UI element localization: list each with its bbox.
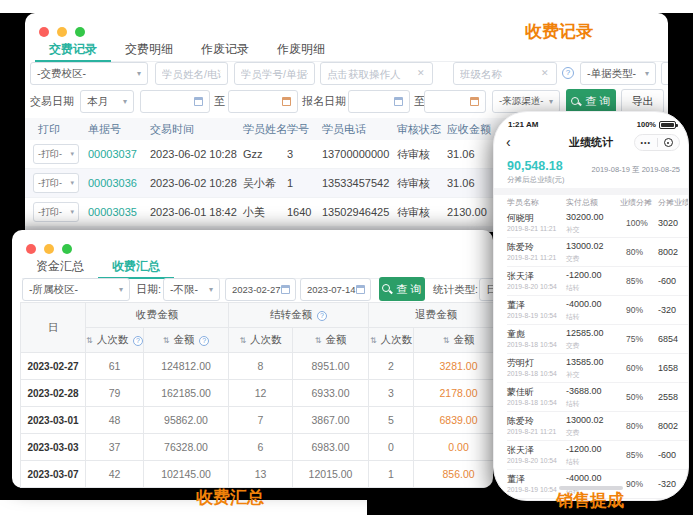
chevron-down-icon: ▾ (545, 97, 553, 106)
sort-header-count[interactable]: ⇅ 人次数 ? (86, 328, 144, 353)
help-icon[interactable]: ? (317, 311, 327, 321)
sort-header-count[interactable]: ⇅ 人次数 (369, 328, 414, 353)
status-time: 1:21 AM (508, 120, 538, 129)
status-badge: 待审核 (397, 205, 430, 220)
close-window-icon[interactable] (39, 27, 49, 37)
help-icon[interactable]: ? (562, 67, 574, 79)
sort-header-amount[interactable]: ⇅ 金额 ? (144, 328, 229, 353)
sort-header-amount[interactable]: ⇅ 金额 (293, 328, 369, 353)
calendar-icon (282, 97, 291, 106)
tab-payment-records[interactable]: 交费记录 (35, 39, 111, 62)
calendar-icon (470, 97, 479, 106)
trade-date-label: 交易日期 (30, 90, 74, 113)
source-channel-select[interactable]: -来源渠道- ▾ (492, 90, 560, 113)
maximize-window-icon[interactable] (62, 244, 72, 254)
sort-icon: ⇅ (163, 336, 170, 345)
chevron-down-icon: ▾ (133, 69, 141, 78)
annotation-sales-commission: 销售提成 (556, 489, 624, 512)
close-circle-icon[interactable] (658, 138, 680, 147)
minimize-window-icon[interactable] (44, 244, 54, 254)
more-icon[interactable]: ••• (635, 135, 657, 150)
status-badge: 待审核 (397, 147, 430, 162)
annotation-payment-records: 收费记录 (525, 20, 593, 43)
phone-status-bar: 1:21 AM 100% (508, 120, 676, 129)
date-from-input[interactable]: 2023-02-27 (225, 278, 296, 301)
receipt-link[interactable]: 00003035 (88, 206, 137, 218)
help-icon[interactable]: ? (199, 336, 209, 346)
stat-type-label: 统计类型: (433, 278, 478, 301)
list-item: 张天泽 2019-8-20 10:54 -1200.00 结转 85% -600 (494, 441, 688, 470)
close-window-icon[interactable] (26, 244, 36, 254)
period-select[interactable]: 本月 ▾ (80, 90, 134, 113)
date-range-select[interactable]: -不限- ▾ (163, 278, 220, 301)
total-performance-label: 分摊后总业绩(元) (507, 175, 565, 185)
campus-select[interactable]: -交费校区- ▾ (30, 62, 148, 85)
tab-payment-details[interactable]: 交费明细 (111, 39, 187, 62)
calendar-icon (394, 97, 403, 106)
help-icon[interactable]: ? (133, 336, 143, 346)
tab-payment-summary[interactable]: 收费汇总 (98, 256, 174, 279)
list-item: 何晓明 2019-8-21 11:21 30200.00 补交 100% 302… (494, 209, 688, 238)
battery-icon (659, 121, 676, 129)
sort-header-amount[interactable]: ⇅ 金额 (414, 328, 493, 353)
clear-icon[interactable]: ✕ (417, 68, 425, 78)
clear-icon[interactable]: ✕ (541, 68, 549, 78)
student-name-phone-input[interactable] (155, 62, 228, 85)
sort-icon: ⇅ (86, 336, 93, 345)
campus-select[interactable]: -所属校区- ▾ (22, 278, 130, 301)
date-label: 日期: (136, 278, 161, 301)
list-item: 童彪 2019-8-18 10:54 12585.00 交费 75% 6854 (494, 325, 688, 354)
print-select[interactable]: -打印- ▾ (33, 173, 79, 193)
battery-percent: 100% (637, 120, 656, 129)
chevron-down-icon: ▾ (205, 285, 213, 294)
signup-date-label: 报名日期 (302, 90, 346, 113)
signup-date-from-input[interactable] (348, 90, 410, 113)
chevron-down-icon: ▾ (70, 179, 74, 187)
receipt-link[interactable]: 00003037 (88, 148, 137, 160)
list-item: 董泽 2019-8-19 10:54 -4000.00 结转 90% -320 (494, 296, 688, 325)
sort-icon: ⇅ (443, 336, 450, 345)
chevron-down-icon: ▾ (119, 97, 127, 106)
chevron-down-icon: ▾ (641, 69, 649, 78)
miniprogram-capsule: ••• (634, 134, 680, 151)
date-range[interactable]: 2019-08-19 至 2019-08-25 (592, 165, 680, 175)
list-item: 劳明灯 2019-8-18 10:54 13585.00 补交 60% 1658 (494, 354, 688, 383)
table-row: 2023-03-03 37 76328.00 6 6983.00 0 0.00 (21, 434, 494, 461)
list-item: 陈爱玲 2019-8-21 11:21 13000.02 交费 80% 8002 (494, 238, 688, 267)
tab-void-records[interactable]: 作废记录 (187, 39, 263, 62)
tab-fund-summary[interactable]: 资金汇总 (22, 256, 98, 279)
phone-nav-bar: ‹ 业绩统计 ••• (494, 133, 688, 153)
col-header-day: 日 (21, 303, 86, 353)
sort-header-count[interactable]: ⇅ 人次数 (229, 328, 293, 353)
phone-table-header: 学员名称 实付总额 业绩分摊 分摊业绩 (494, 197, 688, 209)
stat-type-select[interactable]: 日 (479, 278, 493, 301)
print-select[interactable]: -打印- ▾ (33, 144, 79, 164)
list-item: 陈爱玲 2019-8-21 11:21 13000.02 交费 80% 8002 (494, 412, 688, 441)
tab-void-details[interactable]: 作废明细 (263, 39, 339, 62)
calendar-icon (356, 285, 365, 294)
table-row: 2023-03-07 42 102145.00 13 12015.00 1 85… (21, 461, 494, 488)
trade-date-to-input[interactable] (228, 90, 298, 113)
print-select[interactable]: -打印- ▾ (33, 202, 79, 222)
date-to-input[interactable]: 2023-07-14 (300, 278, 371, 301)
search-icon (571, 97, 581, 107)
group-header-refund: 退费金额 (369, 303, 493, 328)
trade-date-from-input[interactable] (140, 90, 210, 113)
signup-date-to-input[interactable] (424, 90, 486, 113)
window-payment-summary: 资金汇总 收费汇总 -所属校区- ▾ 日期: -不限- ▾ 2023-02-27… (12, 230, 493, 488)
list-item: 张天泽 2019-8-20 10:54 -1200.00 结转 85% -600 (494, 267, 688, 296)
list-item: 蒙佳昕 2019-8-18 10:54 -3688.00 结转 50% 2558 (494, 383, 688, 412)
sort-icon: ⇅ (370, 336, 377, 345)
minimize-window-icon[interactable] (57, 27, 67, 37)
student-id-receipt-input[interactable] (234, 62, 315, 85)
query-button[interactable]: 查 询 (379, 277, 425, 301)
receipt-link[interactable]: 00003036 (88, 177, 137, 189)
bottom-left-white-margin (0, 500, 367, 515)
receipt-type-select[interactable]: -单据类型- ▾ (580, 62, 656, 85)
window-controls (26, 244, 72, 254)
chevron-down-icon: ▾ (70, 208, 74, 216)
section-divider (494, 188, 688, 195)
maximize-window-icon[interactable] (75, 27, 85, 37)
status-badge: 待审核 (397, 176, 430, 191)
truncated-select[interactable] (661, 62, 668, 85)
